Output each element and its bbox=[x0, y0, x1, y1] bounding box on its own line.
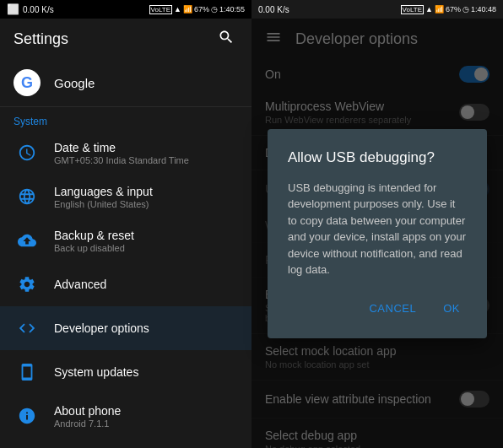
advanced-text: Advanced bbox=[54, 278, 106, 291]
google-item[interactable]: G Google bbox=[0, 59, 252, 107]
search-icon[interactable] bbox=[214, 25, 238, 53]
code-icon bbox=[14, 315, 41, 342]
updates-title: System updates bbox=[54, 365, 138, 379]
date-time-text: Date & time GMT+05:30 India Standard Tim… bbox=[54, 141, 189, 165]
dialog-title: Allow USB debugging? bbox=[288, 149, 467, 166]
right-alarm-icon: ◷ bbox=[462, 5, 469, 13]
left-app-icon: ⬜ bbox=[7, 3, 19, 15]
backup-text: Backup & reset Back up disabled bbox=[54, 229, 134, 253]
right-volte-icon: VoLTE bbox=[401, 5, 424, 14]
settings-item-developer[interactable]: Developer options bbox=[0, 306, 252, 350]
left-wifi-icon: ▲ bbox=[174, 5, 181, 13]
settings-item-advanced[interactable]: Advanced bbox=[0, 262, 252, 306]
left-battery: 67% bbox=[194, 5, 209, 13]
settings-list: Date & time GMT+05:30 India Standard Tim… bbox=[0, 131, 252, 448]
globe-icon bbox=[14, 183, 41, 210]
gear-icon bbox=[14, 271, 41, 298]
left-volte-icon: VoLTE bbox=[149, 5, 172, 14]
developer-text: Developer options bbox=[54, 321, 149, 335]
dialog-overlay: Allow USB debugging? USB debugging is in… bbox=[252, 19, 503, 448]
settings-item-about[interactable]: About phone Android 7.1.1 bbox=[0, 394, 252, 438]
info-icon bbox=[14, 402, 41, 429]
settings-item-updates[interactable]: System updates bbox=[0, 350, 252, 394]
settings-item-backup[interactable]: Backup & reset Back up disabled bbox=[0, 219, 252, 262]
settings-title: Settings bbox=[14, 30, 68, 48]
cancel-button[interactable]: CANCEL bbox=[362, 299, 423, 318]
right-time: 1:40:48 bbox=[471, 5, 496, 13]
updates-text: System updates bbox=[54, 365, 138, 379]
left-signal-icon: 📶 bbox=[183, 5, 192, 13]
left-time: 1:40:55 bbox=[219, 5, 245, 13]
about-text: About phone Android 7.1.1 bbox=[54, 404, 121, 429]
settings-header: Settings bbox=[0, 19, 252, 59]
right-wifi-icon: ▲ bbox=[425, 5, 433, 13]
usb-debug-dialog: Allow USB debugging? USB debugging is in… bbox=[268, 129, 487, 338]
about-subtitle: Android 7.1.1 bbox=[54, 418, 121, 429]
about-title: About phone bbox=[54, 404, 121, 418]
languages-text: Languages & input English (United States… bbox=[54, 185, 153, 209]
phone-icon bbox=[14, 359, 41, 386]
settings-item-date-time[interactable]: Date & time GMT+05:30 India Standard Tim… bbox=[0, 131, 252, 175]
advanced-title: Advanced bbox=[54, 278, 106, 291]
google-logo: G bbox=[14, 69, 41, 96]
settings-item-languages[interactable]: Languages & input English (United States… bbox=[0, 175, 252, 219]
left-alarm-icon: ◷ bbox=[211, 5, 218, 13]
right-speed: 0.00 K/s bbox=[258, 5, 289, 14]
left-speed: 0.00 K/s bbox=[23, 5, 54, 14]
date-time-title: Date & time bbox=[54, 141, 189, 154]
backup-icon bbox=[14, 227, 41, 254]
backup-title: Backup & reset bbox=[54, 229, 134, 242]
dialog-body: USB debugging is intended for developmen… bbox=[288, 180, 467, 278]
right-battery: 67% bbox=[446, 5, 461, 13]
languages-subtitle: English (United States) bbox=[54, 199, 153, 209]
developer-title: Developer options bbox=[54, 321, 149, 335]
dialog-actions: CANCEL OK bbox=[288, 299, 467, 318]
languages-title: Languages & input bbox=[54, 185, 153, 198]
right-signal-icon: 📶 bbox=[435, 5, 444, 13]
clock-icon bbox=[14, 139, 41, 166]
ok-button[interactable]: OK bbox=[436, 299, 467, 318]
system-section-label: System bbox=[0, 107, 252, 131]
google-label: Google bbox=[54, 76, 95, 90]
backup-subtitle: Back up disabled bbox=[54, 243, 134, 253]
date-time-subtitle: GMT+05:30 India Standard Time bbox=[54, 155, 189, 165]
